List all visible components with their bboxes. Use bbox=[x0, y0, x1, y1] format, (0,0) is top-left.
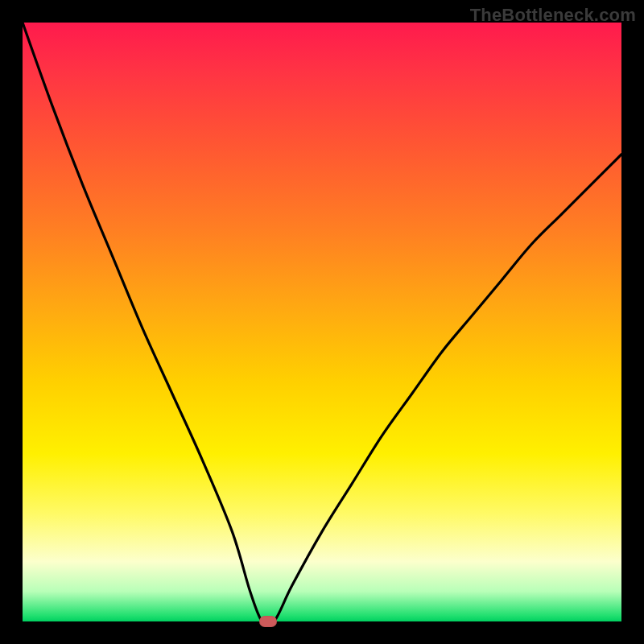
plot-area bbox=[23, 23, 621, 621]
optimum-marker bbox=[259, 616, 277, 627]
chart-frame: TheBottleneck.com bbox=[0, 0, 644, 644]
watermark-text: TheBottleneck.com bbox=[470, 5, 636, 26]
bottleneck-curve bbox=[23, 23, 621, 621]
